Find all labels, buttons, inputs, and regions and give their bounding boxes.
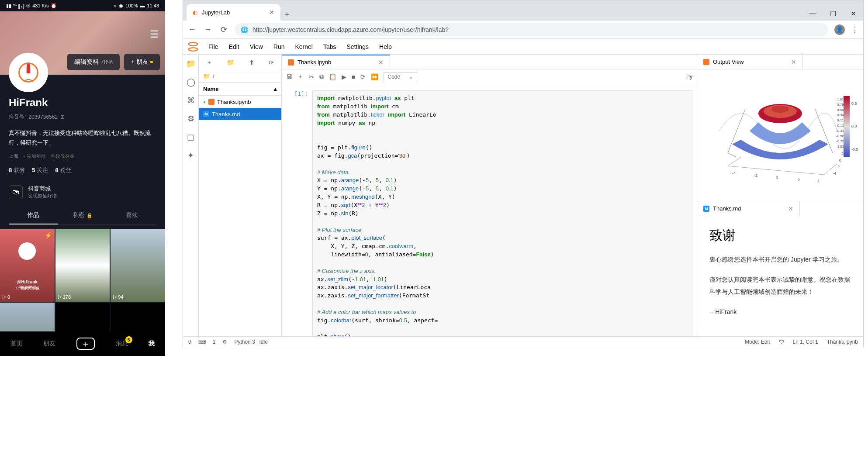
copy-icon[interactable]: ⧉ [319, 73, 324, 80]
close-icon[interactable]: ✕ [788, 205, 793, 212]
code-editor[interactable]: import matplotlib.pyplot as plt from mat… [312, 90, 692, 336]
folder-icon: 📁 [203, 73, 210, 79]
play-icon: ▷ [113, 294, 117, 300]
upload-icon[interactable]: ⬆ [249, 59, 254, 66]
stat-fans[interactable]: 8粉丝 [55, 166, 71, 174]
stop-icon[interactable]: ■ [352, 73, 355, 80]
terminal-icon[interactable]: ⌨ [198, 339, 206, 345]
menu-kernel[interactable]: Kernel [290, 41, 318, 53]
file-item[interactable]: M Thanks.md [199, 108, 281, 120]
close-window-button[interactable]: ✕ [843, 7, 863, 21]
extension-icon[interactable]: ✦ [187, 151, 194, 160]
user-id: 抖音号: 2039736562 ⊞ [9, 113, 156, 121]
nav-friends[interactable]: 朋友 [43, 340, 55, 348]
status-bar: ▮▮ ⁵ᴳ ‖₁‖ ⦾ 431 K/s ⏰ ᚼ ◉ 100% ▬ 11:43 [0, 0, 165, 11]
svg-text:0.5: 0.5 [851, 101, 857, 106]
chevron-down-icon: ⌄ [409, 74, 413, 80]
mall-link[interactable]: 🛍 抖音商城 发现超值好物 [9, 181, 156, 203]
new-folder-icon[interactable]: 📁 [227, 59, 234, 66]
menu-tabs[interactable]: Tabs [318, 41, 342, 53]
markdown-file-icon: M [703, 206, 709, 212]
folder-icon[interactable]: 📁 [186, 59, 196, 69]
nav-me[interactable]: 我 [149, 340, 155, 348]
menu-file[interactable]: File [203, 41, 224, 53]
restart-icon[interactable]: ⟳ [360, 73, 366, 80]
cell-type-select[interactable]: Code⌄ [384, 72, 417, 81]
settings-icon[interactable]: ⚙ [222, 339, 227, 345]
reload-button[interactable]: ⟳ [219, 25, 228, 34]
kernel-indicator[interactable]: Py [686, 74, 692, 80]
output-view-tab[interactable]: Output View ✕ [697, 55, 803, 69]
svg-text:-2: -2 [754, 173, 757, 178]
status-bar: 0 ⌨ 1 ⚙ Python 3 | Idle Mode: Edit 🛡 Ln … [183, 336, 863, 347]
svg-rect-28 [844, 96, 850, 157]
add-tag-button[interactable]: ＋添加年龄、学校等标签 [22, 153, 75, 159]
hamburger-icon[interactable]: ☰ [150, 29, 159, 40]
new-launcher-icon[interactable]: ＋ [206, 59, 212, 66]
save-icon[interactable]: 🖫 [286, 73, 292, 80]
shield-icon[interactable]: 🛡 [779, 339, 784, 345]
sort-icon: ▴ [274, 86, 277, 92]
file-list-header[interactable]: Name▴ [199, 83, 281, 96]
svg-text:0.0: 0.0 [851, 124, 857, 128]
tab-private[interactable]: 私密 🔒 [58, 207, 107, 224]
notebook-tab[interactable]: Thanks.ipynb ✕ [282, 55, 390, 69]
minimize-button[interactable]: — [803, 7, 823, 21]
play-icon: ▷ [58, 294, 62, 300]
nav-home[interactable]: 首页 [10, 340, 23, 348]
edit-profile-button[interactable]: 编辑资料 70% [67, 54, 120, 70]
running-icon[interactable]: ◯ [187, 77, 195, 87]
svg-text:-1.01: -1.01 [836, 145, 844, 148]
stat-following[interactable]: 5关注 [32, 166, 48, 174]
file-browser: ＋ 📁 ⬆ ⟳ 📁/ Name▴ ● Thanks.ipynb M [199, 55, 282, 336]
commands-icon[interactable]: ⌘ [187, 96, 195, 105]
close-icon[interactable]: ✕ [378, 59, 384, 66]
location-tag[interactable]: 上海 [9, 153, 18, 159]
tabs-icon[interactable]: ▢ [187, 132, 194, 142]
browser-menu-icon[interactable]: ⋮ [851, 25, 859, 34]
add-friend-button[interactable]: + 朋友 [124, 54, 160, 70]
avatar[interactable] [9, 53, 48, 92]
close-tab-icon[interactable]: ✕ [269, 9, 274, 16]
refresh-icon[interactable]: ⟳ [269, 59, 274, 66]
nav-messages[interactable]: 消息5 [116, 340, 128, 348]
maximize-button[interactable]: ☐ [823, 7, 843, 21]
code-cell[interactable]: [1]: import matplotlib.pyplot as plt fro… [286, 90, 692, 336]
video-thumb[interactable]: ▷94 [111, 229, 165, 302]
browser-tab[interactable]: ◐ JupyterLab ✕ [187, 4, 280, 21]
play-icon: ▷ [3, 294, 6, 300]
new-tab-button[interactable]: ＋ [280, 7, 294, 21]
run-all-icon[interactable]: ⏩ [371, 73, 378, 80]
svg-text:-2: -2 [836, 165, 840, 169]
nav-create-button[interactable]: ＋ [76, 338, 95, 350]
menu-help[interactable]: Help [374, 41, 397, 53]
menu-view[interactable]: View [245, 41, 268, 53]
notebook-file-icon [208, 99, 214, 105]
close-icon[interactable]: ✕ [791, 59, 796, 66]
running-dot-icon: ● [203, 100, 206, 104]
tab-likes[interactable]: 喜欢 [107, 207, 156, 224]
menu-run[interactable]: Run [268, 41, 290, 53]
video-thumb[interactable]: ▷178 [55, 229, 110, 302]
forward-button[interactable]: → [203, 25, 213, 34]
cut-icon[interactable]: ✂ [309, 73, 314, 80]
qr-icon[interactable]: ⊞ [60, 114, 65, 120]
tab-works[interactable]: 作品 [9, 207, 58, 224]
breadcrumb[interactable]: 📁/ [199, 70, 281, 83]
url-input[interactable]: 🌐 http://jupyter.westcentralus.cloudapp.… [235, 23, 828, 36]
back-button[interactable]: ← [187, 25, 197, 34]
svg-text:0.11: 0.11 [837, 118, 844, 122]
markdown-tab[interactable]: M Thanks.md ✕ [697, 201, 800, 216]
menu-settings[interactable]: Settings [342, 41, 374, 53]
menu-edit[interactable]: Edit [224, 41, 245, 53]
paste-icon[interactable]: 📋 [329, 73, 336, 80]
stat-likes[interactable]: 8获赞 [9, 166, 25, 174]
run-icon[interactable]: ▶ [342, 73, 346, 80]
add-cell-icon[interactable]: ＋ [297, 73, 304, 81]
md-paragraph: 谨对您认真阅读完本书表示诚挚的谢意。祝您在数据科学与人工智能领域创造辉煌的未来！ [709, 273, 851, 298]
kernel-status[interactable]: Python 3 | Idle [234, 339, 268, 345]
file-item[interactable]: ● Thanks.ipynb [199, 96, 281, 108]
video-thumb[interactable]: ⚡ @HiFrank 2021/05/15 ◁ 我的新头像 ▷0 [0, 229, 55, 302]
settings-icon[interactable]: ⚙ [187, 114, 194, 124]
user-avatar-icon[interactable]: 👤 [834, 24, 845, 35]
